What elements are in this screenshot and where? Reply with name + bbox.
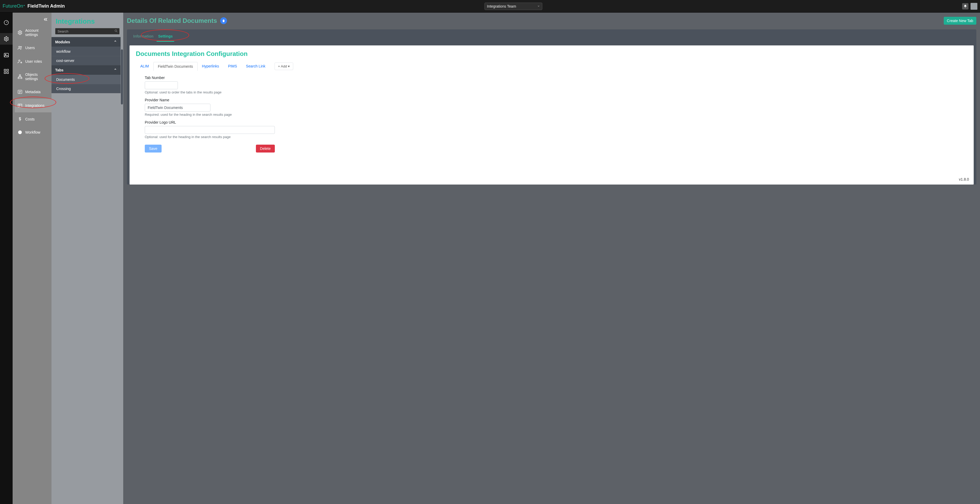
page-heading: Integrations: [51, 13, 123, 27]
tree-leaf-label: cost-server: [56, 59, 74, 63]
cfg-tab-pims[interactable]: PIMS: [224, 62, 242, 71]
svg-rect-14: [18, 78, 19, 78]
svg-rect-17: [18, 104, 22, 107]
sidebar-item-label: Workflow: [25, 130, 40, 135]
rail-item-settings[interactable]: [0, 33, 13, 44]
gear-icon: [18, 30, 22, 35]
bell-icon: [963, 5, 967, 8]
provider-name-input[interactable]: [145, 104, 210, 112]
tree-leaf-label: workflow: [56, 49, 70, 54]
svg-point-18: [115, 30, 117, 32]
tab-number-help: Optional: used to order the tabs in the …: [145, 90, 282, 94]
chevron-up-icon: ⌃: [114, 68, 117, 72]
cfg-tab-hyperlinks[interactable]: Hyperlinks: [197, 62, 224, 71]
svg-point-9: [19, 46, 20, 48]
brand-logo: FutureOn●: [3, 3, 25, 9]
user-gear-icon: [18, 59, 22, 64]
sidebar-item-label: Users: [25, 46, 35, 50]
tree-leaf-label: Documents: [56, 78, 75, 82]
list-icon: [18, 89, 22, 95]
table-icon: [18, 103, 22, 108]
tab-number-label: Tab Number: [145, 76, 282, 80]
tree-scrollbar[interactable]: [121, 49, 123, 105]
main-content: Details Of Related Documents Create New …: [123, 13, 980, 504]
tree-leaf-crossing[interactable]: Crossing: [51, 84, 121, 93]
circle-icon: [18, 130, 22, 134]
users-icon: [18, 45, 22, 51]
tab-information[interactable]: Information: [132, 32, 155, 42]
sidebar-item-users[interactable]: Users: [15, 41, 51, 55]
team-select[interactable]: Integrations Team: [484, 3, 542, 10]
chevron-up-icon: ⌃: [114, 40, 117, 44]
create-new-tab-button[interactable]: Create New Tab: [944, 17, 976, 25]
provider-logo-label: Provider Logo URL: [145, 120, 282, 124]
cfg-tab-search-link[interactable]: Search Link: [242, 62, 270, 71]
svg-rect-15: [21, 78, 22, 78]
provider-logo-input[interactable]: [145, 126, 275, 134]
cfg-add-label: + Add: [278, 64, 288, 68]
delete-button[interactable]: Delete: [256, 145, 275, 152]
svg-rect-6: [4, 72, 6, 73]
rail-item-grid[interactable]: [0, 66, 13, 77]
tree-group-label: Tabs: [55, 68, 64, 72]
rail-item-media[interactable]: [0, 49, 13, 61]
sidebar-item-account-settings[interactable]: Account settings: [15, 24, 51, 41]
gear-icon: [3, 36, 9, 42]
sitemap-icon: [18, 74, 22, 79]
svg-point-1: [6, 38, 7, 40]
sidebar-item-workflow[interactable]: Workflow: [15, 126, 51, 139]
tree-leaf-cost-server[interactable]: cost-server: [51, 56, 121, 65]
dollar-icon: [18, 117, 22, 122]
sidebar-item-metadata[interactable]: Metadata: [15, 85, 51, 99]
sidebar-item-label: Metadata: [25, 90, 40, 94]
rail-item-dashboard[interactable]: [0, 17, 13, 29]
notifications-button[interactable]: [962, 3, 969, 10]
sidebar-item-user-roles[interactable]: User roles: [15, 55, 51, 68]
tab-number-input[interactable]: [145, 81, 178, 89]
tree-panel: Integrations Modules ⌃ workflow cost-ser…: [51, 13, 123, 504]
config-form: Tab Number Optional: used to order the t…: [145, 76, 282, 152]
tree-leaf-label: Crossing: [56, 87, 71, 91]
provider-logo-help: Optional: used for the heading in the se…: [145, 135, 282, 139]
search-icon: [114, 29, 118, 33]
version-label: v1.8.0: [959, 177, 969, 181]
gauge-icon: [3, 20, 9, 25]
tree-leaf-documents[interactable]: Documents: [51, 75, 121, 84]
cfg-tab-alim[interactable]: ALIM: [136, 62, 153, 71]
cfg-add-button[interactable]: + Add ▾: [275, 62, 293, 70]
search-input[interactable]: [55, 28, 119, 34]
delete-tab-button[interactable]: [220, 17, 227, 24]
config-tabs: ALIM FieldTwin Documents Hyperlinks PIMS…: [136, 62, 967, 71]
details-title: Details Of Related Documents: [127, 17, 217, 24]
svg-point-10: [21, 46, 22, 48]
image-icon: [3, 52, 9, 58]
svg-rect-2: [4, 53, 9, 57]
tab-settings[interactable]: Settings: [157, 32, 174, 42]
provider-name-label: Provider Name: [145, 98, 282, 102]
sidebar-item-integrations[interactable]: Integrations: [15, 99, 51, 113]
sidebar-item-costs[interactable]: Costs: [15, 113, 51, 126]
nav-rail: [0, 13, 13, 504]
tree-group-modules[interactable]: Modules ⌃: [51, 37, 121, 47]
grid-icon: [3, 68, 9, 74]
cfg-tab-fieldtwin-documents[interactable]: FieldTwin Documents: [153, 62, 197, 71]
chevron-double-left-icon: [43, 17, 48, 22]
app-title: FieldTwin Admin: [28, 3, 65, 9]
sidebar-collapse-button[interactable]: [15, 15, 51, 24]
svg-point-11: [19, 60, 20, 61]
save-button[interactable]: Save: [145, 145, 162, 152]
tree-leaf-workflow[interactable]: workflow: [51, 47, 121, 56]
settings-panel: Documents Integration Configuration ALIM…: [129, 45, 974, 185]
sidebar-item-label: Integrations: [25, 103, 45, 108]
tree-group-tabs[interactable]: Tabs ⌃: [51, 65, 121, 75]
user-avatar[interactable]: [970, 3, 977, 10]
sidebar-item-label: Account settings: [25, 29, 49, 37]
sidebar-item-label: Costs: [25, 117, 35, 121]
details-card: Information Settings Documents Integrati…: [127, 29, 976, 185]
sidebar: Account settings Users User roles Object…: [13, 13, 51, 504]
sidebar-item-label: User roles: [25, 59, 42, 63]
svg-rect-7: [7, 72, 8, 73]
sidebar-item-objects-settings[interactable]: Objects settings: [15, 68, 51, 85]
app-header: FutureOn● FieldTwin Admin Integrations T…: [0, 0, 980, 13]
brand-text: FutureOn: [3, 3, 23, 9]
